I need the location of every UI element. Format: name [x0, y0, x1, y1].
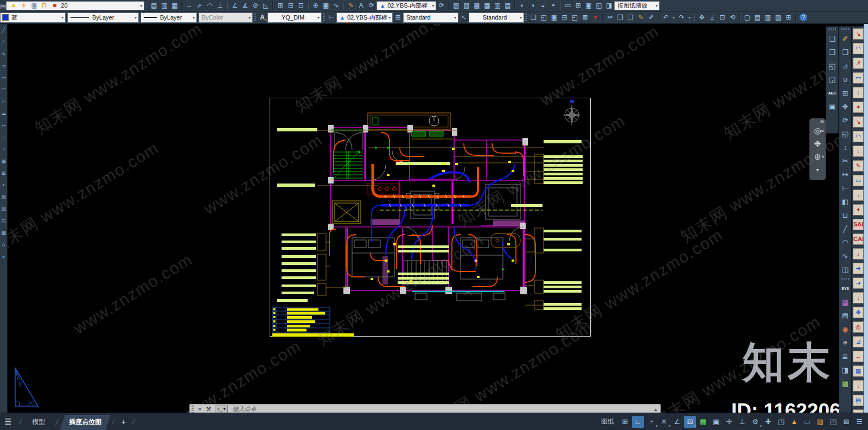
customization-icon[interactable]: ☰	[853, 416, 865, 428]
navbar-close-icon[interactable]: ⊗	[820, 119, 824, 124]
dim-tolerance-icon[interactable]: ▣	[321, 1, 331, 10]
layer-make-current-icon[interactable]: ▤	[149, 1, 159, 10]
draw-arc-icon[interactable]: ◠	[0, 84, 7, 96]
dim-style-icon[interactable]: ⊢	[326, 13, 336, 22]
custom-down-3-icon[interactable]: ↓	[853, 189, 864, 201]
floorplan-viewport[interactable]: N	[270, 98, 591, 337]
full-screen-icon[interactable]: ⊠	[840, 416, 852, 428]
hatch-icon[interactable]: ▨	[0, 191, 7, 203]
viewport-scale-dropdown[interactable]: 按图纸缩放 ▾	[614, 1, 660, 10]
right-scrollbar[interactable]	[864, 24, 868, 413]
dim-break-icon[interactable]: ⊡	[296, 1, 306, 10]
layer-lock-icon[interactable]: ▦	[482, 1, 492, 10]
dim-edit-icon[interactable]: ✎	[346, 1, 356, 10]
send-under-objects-icon[interactable]: ◲	[827, 73, 838, 86]
chevron-down-icon[interactable]: ▾	[316, 15, 321, 20]
zoom-tool-icon[interactable]: ⊕▾	[814, 150, 821, 163]
layer-previous-icon[interactable]: ▦	[169, 1, 180, 10]
chevron-down-icon[interactable]: ▾	[192, 15, 196, 20]
lineweight-dropdown[interactable]: ByLayer ▾	[141, 12, 197, 23]
dim-angular-quick-icon[interactable]: ∡	[240, 1, 250, 10]
object-snap-tracking-icon[interactable]: ∠	[671, 416, 683, 428]
layout-tool-icon[interactable]: ◨	[840, 363, 851, 377]
print-icon[interactable]: ⊟	[559, 13, 570, 22]
pan-icon[interactable]: ✥	[697, 13, 707, 22]
toolbar-grip[interactable]	[841, 28, 849, 30]
custom-box-2-icon[interactable]: ▭	[853, 175, 864, 186]
sys-tool-icon[interactable]: SYS	[840, 282, 851, 295]
redo-list-icon[interactable]: ▾	[687, 13, 692, 22]
layer-thaw-sun-icon[interactable]: ☀	[18, 1, 29, 10]
custom-down-4-icon[interactable]: ↓	[853, 248, 864, 260]
zoom-realtime-icon[interactable]: ±	[707, 13, 717, 22]
toolbar-grip[interactable]	[828, 28, 836, 30]
custom-mirror-icon[interactable]: ⊿	[853, 336, 864, 347]
draw-polygon-icon[interactable]: ▱	[0, 60, 7, 72]
layer-thaw-all-icon[interactable]: ◑	[527, 1, 538, 10]
workspace-switching-icon[interactable]: ⚙▾	[749, 416, 761, 428]
custom-down-2-icon[interactable]: ↓	[853, 146, 864, 157]
ortho-mode-icon[interactable]: ∟	[632, 416, 644, 428]
plot-icon[interactable]: ⊠	[580, 13, 590, 22]
units-tool-icon[interactable]: ≣	[840, 350, 851, 363]
chevron-down-icon[interactable]: ▾	[519, 15, 523, 20]
dim-angular-icon[interactable]: ∠	[229, 1, 240, 10]
layer-off-icon[interactable]: ▩	[471, 1, 482, 10]
layer-vp-sync-icon[interactable]: ◓	[548, 1, 558, 10]
command-prompt-icon[interactable]: >_ ▾	[215, 406, 227, 413]
paper-space-label[interactable]: 图纸	[601, 417, 614, 426]
polar-tracking-icon[interactable]: ◔▾	[645, 416, 657, 428]
viewport-new-icon[interactable]: ⊞	[573, 1, 583, 10]
layer-freeze-icon[interactable]: ▨	[461, 1, 471, 10]
chevron-down-icon[interactable]: ▾	[60, 15, 65, 20]
make-block-icon[interactable]: ⊞	[0, 167, 7, 179]
sheet-set-manager-icon[interactable]: ▧	[773, 13, 783, 22]
plot-preview-icon[interactable]: ◰	[570, 13, 580, 22]
snap-mode-icon[interactable]: ⊞	[619, 416, 631, 428]
chamfer-icon[interactable]: ╱	[840, 222, 851, 236]
fillet-icon[interactable]: ◠	[840, 236, 851, 249]
table-style-dropdown[interactable]: Standard ▾	[403, 12, 458, 23]
dim-style-dropdown[interactable]: ▲ 02.YBS-内部标 ▾	[336, 12, 393, 23]
match-properties-settings-icon[interactable]: ✐	[646, 13, 656, 22]
layer-walk-icon[interactable]: ▤	[502, 1, 513, 10]
hatch-to-back-icon[interactable]: ▣	[827, 100, 838, 113]
tool-palettes-icon[interactable]: ▥	[763, 13, 773, 22]
isolate-objects-icon[interactable]: ▨	[814, 416, 826, 428]
chevron-down-icon[interactable]: ▾	[654, 3, 659, 8]
custom-cal-icon[interactable]: CAL	[853, 233, 864, 245]
text-style-dropdown[interactable]: YQ_DIM ▾	[267, 12, 322, 23]
zoom-window-icon[interactable]: ⊡	[717, 13, 727, 22]
dim-radius-icon[interactable]: ◺	[260, 1, 271, 10]
navigation-wheel-icon[interactable]: ◎2D	[814, 124, 821, 137]
help-icon[interactable]: ?	[800, 14, 807, 21]
custom-star-icon[interactable]: ✦	[853, 102, 864, 113]
custom-box-icon[interactable]: ▭	[853, 72, 864, 84]
autoscale-icon[interactable]: ▲	[788, 416, 800, 428]
copy-clip-icon[interactable]: ❐	[615, 13, 626, 22]
multiline-text-icon[interactable]: A	[0, 239, 7, 251]
layout-menu-icon[interactable]: ☰	[4, 417, 11, 427]
erase-icon[interactable]: ✐	[840, 32, 851, 46]
dim-aligned-icon[interactable]: ⇗	[194, 1, 205, 10]
new-layout-button[interactable]: +	[121, 417, 126, 426]
layer-match-icon[interactable]: ▥	[159, 1, 169, 10]
custom-down-1-icon[interactable]: ↓	[853, 87, 864, 98]
text-to-front-icon[interactable]: ABC	[827, 86, 838, 100]
object-snap-icon[interactable]: ⊡▾	[684, 416, 696, 428]
array-icon[interactable]: ⊞	[840, 86, 851, 100]
tab-layout-socket-plan[interactable]: 插座点位图	[60, 413, 110, 430]
3d-object-snap-icon[interactable]: ✛	[723, 416, 735, 428]
dim-jogged-icon[interactable]: ∿	[331, 1, 341, 10]
chevron-down-icon[interactable]: ▾	[387, 15, 392, 20]
custom-down-6-icon[interactable]: ↓	[853, 380, 864, 391]
annotation-scale-icon[interactable]: ✚	[762, 416, 774, 428]
dim-arc-length-icon[interactable]: ◠	[205, 1, 215, 10]
command-grip[interactable]	[192, 406, 194, 413]
lineweight-display-icon[interactable]: ▦	[697, 416, 709, 428]
break-icon[interactable]: ◧	[840, 195, 851, 208]
custom-dim-1-icon[interactable]: ↘	[853, 28, 864, 40]
table-icon[interactable]: ▦	[0, 227, 7, 239]
dim-linear-icon[interactable]: ↔	[184, 1, 194, 10]
graphics-performance-icon[interactable]: ▭	[801, 416, 813, 428]
